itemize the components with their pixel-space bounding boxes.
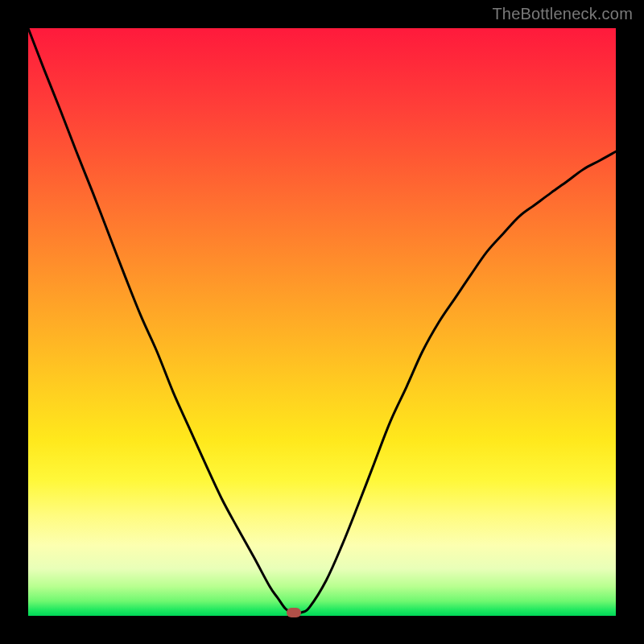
optimal-marker <box>287 608 301 617</box>
watermark-text: TheBottleneck.com <box>492 5 633 23</box>
curve-svg <box>28 28 616 616</box>
bottleneck-curve <box>28 28 616 613</box>
plot-area <box>28 28 616 616</box>
chart-frame: TheBottleneck.com <box>0 0 644 644</box>
